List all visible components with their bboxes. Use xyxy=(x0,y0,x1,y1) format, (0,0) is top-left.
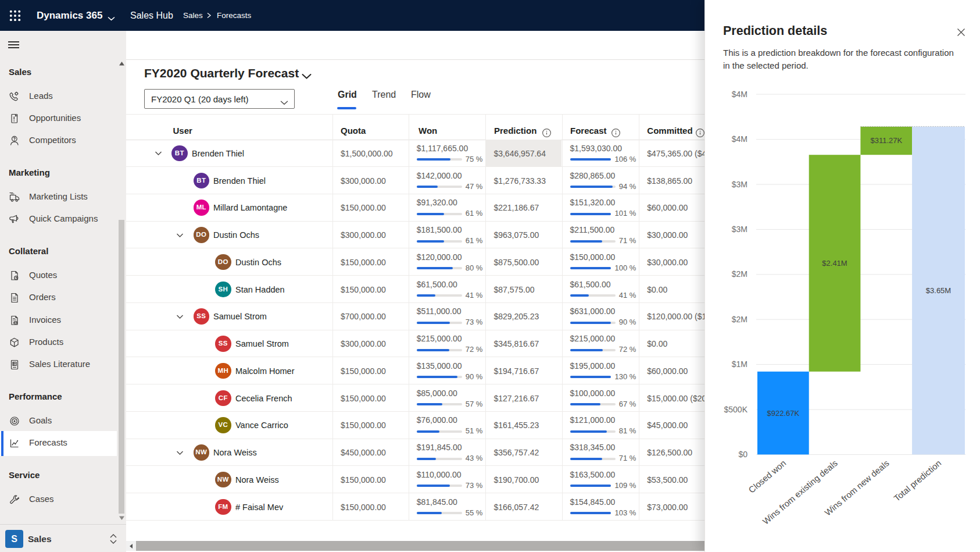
svg-text:$2M: $2M xyxy=(732,269,747,279)
svg-text:$3M: $3M xyxy=(732,225,747,234)
svg-text:Closed won: Closed won xyxy=(746,458,788,494)
svg-text:$2.41M: $2.41M xyxy=(822,259,847,268)
svg-text:$4M: $4M xyxy=(732,134,747,144)
svg-text:Total prediction: Total prediction xyxy=(892,458,943,503)
svg-text:$4M: $4M xyxy=(732,90,747,99)
svg-text:$500K: $500K xyxy=(724,405,748,414)
svg-text:$1M: $1M xyxy=(732,359,747,369)
svg-text:$311.27K: $311.27K xyxy=(870,136,902,145)
svg-text:$922.67K: $922.67K xyxy=(767,409,800,418)
svg-text:$2M: $2M xyxy=(732,315,747,324)
svg-text:$0: $0 xyxy=(738,450,747,459)
svg-text:$3.65M: $3.65M xyxy=(926,286,951,295)
svg-text:$3M: $3M xyxy=(732,180,747,189)
